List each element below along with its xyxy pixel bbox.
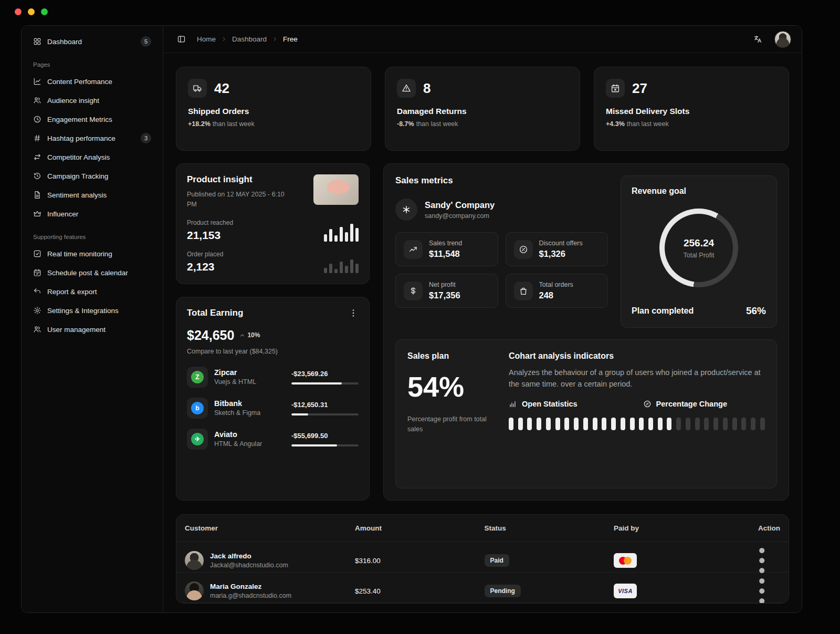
topbar: Home Dashboard Free (163, 26, 802, 53)
sidebar-item[interactable]: Influencer (28, 204, 156, 223)
metric-tile-value: $1,326 (539, 249, 583, 259)
sidebar-item-label: User management (47, 326, 151, 334)
sidebar-item[interactable]: Settings & Integrations (28, 301, 156, 320)
sidebar-item-label: Engagement Metrics (47, 116, 151, 123)
more-options-icon[interactable] (348, 308, 359, 318)
sidebar-item-label: Competitor Analysis (47, 153, 151, 161)
sidebar-item[interactable]: Campaign Tracking (28, 167, 156, 185)
mini-bar-chart (324, 222, 359, 242)
total-earning-title: Total Earning (187, 308, 243, 318)
revenue-donut-chart: 256.24 Total Profit (659, 209, 738, 287)
table-header-row: Customer Amount Status Paid by Action (176, 515, 789, 542)
panel-toggle-icon (177, 35, 186, 44)
legend-icon (509, 400, 517, 408)
sidebar-item[interactable]: Report & export (28, 282, 156, 301)
earning-company-stack: HTML & Angular (214, 440, 285, 448)
sidebar-item-icon (33, 172, 41, 180)
metric-tile: Net profit $17,356 (395, 274, 498, 308)
revenue-goal-title: Revenue goal (632, 186, 766, 196)
sidebar-section-title: Supporting features (28, 223, 156, 244)
column-header[interactable]: Action (758, 524, 780, 532)
product-metric-label: Product reached (187, 219, 233, 226)
stat-label: Damaged Returns (397, 107, 568, 116)
earning-row[interactable]: Z Zipcar Vuejs & HTML -$23,569.26 (187, 367, 359, 388)
earning-row[interactable]: b Bitbank Sketch & Figma -$12,650.31 (187, 398, 359, 419)
sidebar-item-label: Hashtag performance (47, 134, 135, 142)
total-earning-card: Total Earning $24,650 10% Compare to las… (176, 297, 370, 501)
topbar-actions (750, 31, 791, 48)
plan-completed-value: 56% (746, 305, 766, 317)
sidebar-item[interactable]: Engagement Metrics (28, 110, 156, 129)
donut-center-label: Total Profit (683, 252, 714, 259)
sidebar-item[interactable]: Real time monitoring (28, 244, 156, 263)
amount-cell: $316.00 (355, 557, 485, 565)
window-control-button[interactable] (28, 8, 35, 15)
sidebar-item[interactable]: User management (28, 320, 156, 339)
revenue-goal-panel: Revenue goal 256.24 Total Profit Plan co… (621, 175, 777, 328)
sidebar-item[interactable]: Audience insight (28, 91, 156, 110)
column-header[interactable]: Customer (185, 524, 355, 532)
sidebar-item-label: Content Perfomance (47, 78, 151, 86)
language-button[interactable] (750, 32, 765, 47)
stat-label: Shipped Orders (188, 107, 359, 116)
earning-company-stack: Vuejs & HTML (214, 378, 285, 386)
user-avatar[interactable] (774, 31, 791, 48)
sidebar-item[interactable]: Hashtag performance 3 (28, 129, 156, 148)
stat-value: 42 (214, 80, 229, 97)
metric-tile-icon (519, 245, 528, 254)
sidebar-item-icon (33, 268, 41, 277)
column-header[interactable]: Paid by (614, 524, 743, 532)
company-logo-tile: ✈ (187, 429, 208, 450)
sidebar-item-dashboard[interactable]: Dashboard 5 (28, 32, 156, 51)
middle-grid: Product insight Published on 12 MAY 2025… (176, 163, 789, 501)
chevron-right-icon (271, 36, 278, 43)
product-metric: Product reached 21,153 (187, 219, 359, 242)
sidebar-item[interactable]: Schedule post & calendar (28, 263, 156, 282)
sidebar-item-icon (33, 134, 41, 142)
app-window: Dashboard 5 Pages Content Perfomance Aud… (21, 25, 802, 613)
payment-method-icon (614, 553, 637, 568)
cohort-legend: Open Statistics Percentage Change (509, 400, 765, 408)
sidebar: Dashboard 5 Pages Content Perfomance Aud… (22, 26, 163, 612)
sidebar-toggle-button[interactable] (174, 32, 188, 47)
sales-plan-percent: 54% (407, 370, 494, 403)
row-actions-button[interactable] (743, 573, 780, 604)
stat-delta: -8.7%than last week (397, 120, 568, 128)
earning-amount: -$23,569.26 (291, 370, 359, 378)
product-insight-published: Published on 12 MAY 2025 - 6:10 PM (187, 190, 287, 210)
company-avatar (395, 199, 417, 221)
tile-icon-box (514, 282, 533, 300)
sidebar-item-icon (33, 77, 41, 86)
earning-row[interactable]: ✈ Aviato HTML & Angular -$55,699.50 (187, 429, 359, 450)
breadcrumb-home[interactable]: Home (197, 35, 216, 43)
product-metric-label: Order placed (187, 251, 223, 258)
sidebar-item[interactable]: Content Perfomance (28, 72, 156, 91)
legend-item[interactable]: Percentage Change (643, 400, 727, 408)
customers-table-card: Customer Amount Status Paid by Action (176, 514, 789, 604)
window-control-button[interactable] (41, 8, 48, 15)
legend-item[interactable]: Open Statistics (509, 400, 578, 408)
sidebar-item[interactable]: Sentiment analysis (28, 185, 156, 204)
column-header[interactable]: Status (485, 524, 614, 532)
status-badge: Pending (485, 585, 521, 597)
sidebar-item-label: Campaign Tracking (47, 172, 151, 180)
breadcrumb: Home Dashboard Free (197, 35, 298, 43)
donut-center-value: 256.24 (684, 237, 714, 249)
sidebar-item[interactable]: Competitor Analysis (28, 148, 156, 167)
earning-progress-bar (291, 413, 359, 415)
stat-icon-box (188, 79, 207, 98)
window-controls (15, 8, 48, 15)
company-row[interactable]: Sandy' Company sandy@company.com (395, 199, 608, 221)
column-header[interactable]: Amount (355, 524, 485, 532)
window-control-button[interactable] (15, 8, 22, 15)
chevron-right-icon (220, 36, 227, 43)
table-body: Jack alfredo Jackal@shadcnstudio.com $31… (176, 542, 789, 603)
breadcrumb-dashboard[interactable]: Dashboard (232, 35, 267, 43)
sidebar-item-label: Influencer (47, 210, 151, 218)
sidebar-item-icon (33, 115, 41, 123)
sidebar-item-label: Schedule post & calendar (47, 269, 151, 277)
table-row[interactable]: Maria Gonzalez maria.g@shadcnstudio.com … (176, 573, 789, 603)
breadcrumb-current: Free (283, 35, 298, 43)
earning-progress-bar (291, 382, 359, 384)
table-row[interactable]: Jack alfredo Jackal@shadcnstudio.com $31… (176, 542, 789, 573)
